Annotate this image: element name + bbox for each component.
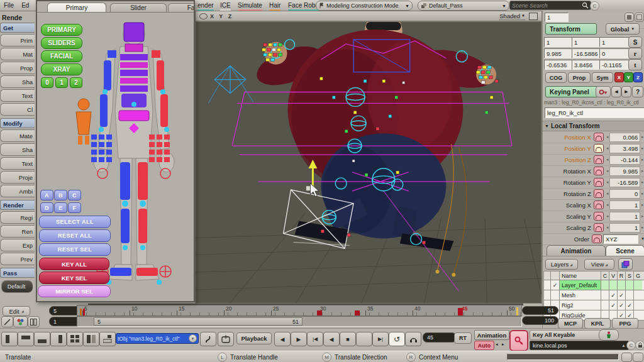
frame-rate-field[interactable]: 45 bbox=[423, 332, 457, 343]
tab-scene[interactable]: Scene bbox=[606, 245, 644, 256]
keyframe-marker[interactable] bbox=[355, 310, 360, 315]
toolbar-item-export[interactable]: Exp bbox=[0, 239, 35, 251]
keyframe-icon[interactable] bbox=[594, 189, 604, 198]
check-V[interactable]: ✓ bbox=[609, 300, 618, 310]
menu-simulate[interactable]: Simulate bbox=[238, 2, 262, 11]
tab-mcp[interactable]: MCP bbox=[558, 318, 583, 329]
layout-columns-button[interactable] bbox=[83, 332, 99, 346]
spin-right[interactable]: ▸ bbox=[640, 214, 644, 219]
param-row-scaling-z[interactable]: Scaling Z ◂ 1 ▸ bbox=[543, 222, 644, 234]
param-up-icon[interactable]: ▲ bbox=[621, 343, 626, 348]
keyframe-marker[interactable] bbox=[458, 308, 463, 315]
toolbar-section-get[interactable]: Get bbox=[0, 23, 35, 33]
spin-right[interactable]: ▸ bbox=[640, 168, 644, 173]
rotate-y-field[interactable]: -16.5886 bbox=[572, 48, 602, 58]
autokey-prev-icon[interactable]: ◂ bbox=[496, 342, 498, 347]
split-view-button[interactable] bbox=[28, 316, 40, 327]
menu-file[interactable]: File bbox=[0, 2, 18, 9]
construction-mode-dropdown[interactable]: Modeling Construction Mode ▼ bbox=[316, 1, 413, 11]
layout-bottom-button[interactable] bbox=[34, 332, 50, 346]
animation-menu-button[interactable]: Animation bbox=[474, 330, 509, 340]
range-slider-track[interactable]: 5 51 bbox=[77, 316, 522, 327]
status-scroll-strip[interactable] bbox=[507, 354, 619, 360]
target-name-field[interactable]: leg_R0_ik_ctl bbox=[545, 107, 644, 118]
keyframe-icon[interactable] bbox=[594, 133, 604, 141]
layout-quad-button[interactable] bbox=[67, 332, 83, 346]
toolbar-mode-title[interactable]: Rende bbox=[0, 11, 35, 24]
mirror-sel-button[interactable]: MIRROR SEL bbox=[38, 285, 111, 297]
panel-grid-button[interactable] bbox=[635, 13, 644, 22]
color-keys-button[interactable] bbox=[13, 316, 28, 327]
check-G[interactable] bbox=[634, 300, 642, 310]
prev-frame-button[interactable]: ◀ bbox=[274, 332, 291, 346]
layout-horizontal-button[interactable] bbox=[18, 332, 34, 346]
set-key-button[interactable] bbox=[509, 330, 528, 351]
check-R[interactable]: ✓ bbox=[618, 290, 626, 300]
scale-mode-button[interactable]: S bbox=[628, 36, 642, 48]
spin-right[interactable]: ▸ bbox=[640, 157, 644, 162]
spin-left[interactable]: ◂ bbox=[605, 180, 609, 185]
rotate-x-field[interactable]: 9.985 bbox=[544, 48, 575, 58]
draw-keys-button[interactable] bbox=[1, 316, 13, 327]
scrub-tool-button[interactable] bbox=[200, 332, 216, 346]
next-key-button[interactable]: ▶ bbox=[621, 86, 631, 97]
autokey-toggle[interactable]: Auto bbox=[474, 341, 494, 350]
check-S[interactable]: ✓ bbox=[626, 300, 634, 310]
playback-menu-button[interactable]: Playback bbox=[236, 332, 272, 344]
param-value[interactable]: -16.589 bbox=[609, 178, 640, 187]
camera-view-icon[interactable] bbox=[529, 13, 538, 20]
param-value[interactable]: -0.144 bbox=[609, 155, 640, 165]
toolbar-section-modify[interactable]: Modify bbox=[0, 118, 35, 128]
local-transform-section-header[interactable]: ▼ Local Transform bbox=[543, 121, 644, 131]
go-start-button[interactable]: |◀ bbox=[307, 332, 323, 346]
tab-primary[interactable]: Primary bbox=[47, 3, 106, 12]
check-V[interactable]: ✓ bbox=[609, 290, 618, 300]
layout-left-button[interactable] bbox=[50, 332, 67, 346]
param-value[interactable]: 1 bbox=[609, 223, 640, 233]
next-frame-button[interactable]: ▶ bbox=[291, 332, 307, 346]
param-row-rotation-y[interactable]: Rotation Y ◂ -16.589 ▸ bbox=[543, 177, 644, 189]
spin-left[interactable]: ◂ bbox=[605, 134, 609, 140]
scene-search-field[interactable]: Scene Search bbox=[509, 1, 591, 10]
param-row-position-z[interactable]: Position Z ◂ -0.144 ▸ bbox=[543, 154, 644, 166]
axis-z-toggle[interactable]: Z bbox=[633, 72, 643, 82]
keyframe-icon[interactable] bbox=[594, 178, 604, 187]
status-mini-button[interactable] bbox=[621, 353, 632, 362]
sym-button[interactable]: Sym bbox=[592, 72, 613, 83]
edit-menu-button[interactable]: Edit ◢ bbox=[3, 306, 30, 316]
spin-right[interactable]: ▸ bbox=[640, 225, 644, 230]
tab-slider[interactable]: Slider bbox=[110, 3, 167, 12]
param-row-order[interactable]: Order XYZ ▼ bbox=[543, 233, 644, 245]
scale-y-field[interactable]: 1 bbox=[572, 37, 602, 47]
spin-left[interactable]: ◂ bbox=[605, 214, 609, 219]
search-clear-button[interactable]: C bbox=[590, 1, 599, 11]
status-mini-button2[interactable] bbox=[633, 353, 643, 362]
eye-icon[interactable] bbox=[199, 13, 208, 19]
spin-right[interactable]: ▸ bbox=[640, 180, 644, 185]
pass-dropdown[interactable]: Default_Pass ▼ bbox=[418, 1, 509, 11]
translate-mode-button[interactable]: t bbox=[628, 59, 642, 70]
keyframe-icon[interactable] bbox=[594, 200, 604, 209]
menu-edit[interactable]: Ed bbox=[18, 2, 33, 9]
playhead-marker[interactable] bbox=[80, 309, 82, 315]
toolbar-item-shader2[interactable]: Sha bbox=[0, 143, 35, 156]
translate-z-field[interactable]: -0.1165 bbox=[599, 60, 630, 70]
keyframe-marker[interactable] bbox=[317, 310, 322, 315]
toolbar-item-material2[interactable]: Mate bbox=[0, 129, 35, 142]
toolbar-section-render[interactable]: Render bbox=[0, 200, 35, 210]
keyframe-icon[interactable] bbox=[594, 144, 604, 153]
keyframe-marker[interactable] bbox=[83, 309, 85, 315]
prev-key-button[interactable]: ◀ bbox=[611, 86, 621, 97]
cog-button[interactable]: COG bbox=[545, 72, 567, 83]
reset-all-button[interactable]: RESET ALL bbox=[39, 229, 111, 242]
letter-a-button[interactable]: A bbox=[40, 190, 53, 200]
param-value[interactable]: 0.066 bbox=[609, 133, 640, 142]
reset-sel-button[interactable]: RESET SEL bbox=[39, 243, 111, 256]
scale-x-field[interactable]: 1 bbox=[544, 37, 575, 47]
play-backward-button[interactable]: ◀ bbox=[323, 332, 340, 346]
lod-0-button[interactable]: 0 bbox=[41, 77, 53, 88]
order-dropdown[interactable]: XYZ bbox=[603, 234, 638, 244]
spin-left[interactable]: ◂ bbox=[605, 225, 609, 230]
letter-e-button[interactable]: E bbox=[54, 202, 67, 213]
letter-c-button[interactable]: C bbox=[68, 190, 81, 200]
